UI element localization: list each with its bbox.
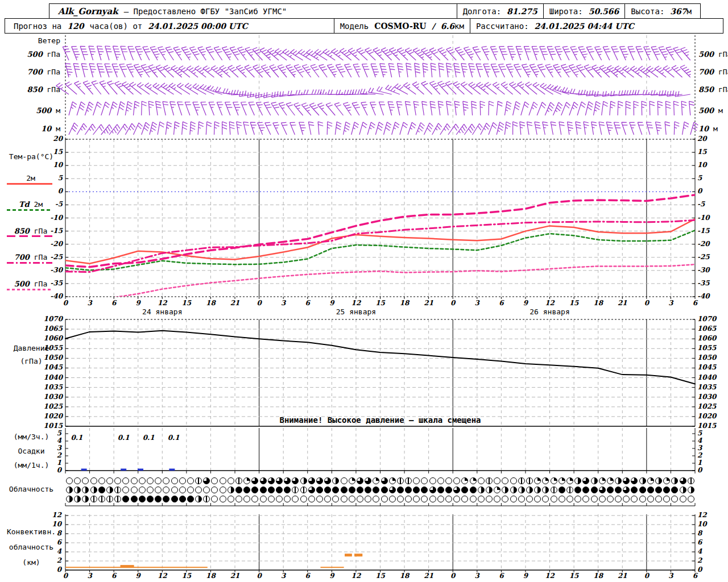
convective-panel-label-2: облачность <box>1 543 61 551</box>
convective-panel-unit: (км) <box>1 558 61 567</box>
precip-bar <box>138 469 143 471</box>
cloudiness-panel-label: Облачность <box>1 485 61 493</box>
wind-barbs <box>56 46 698 135</box>
temperature-panel-label: Тем-ра(°C) <box>1 152 61 161</box>
meteogram-canvas <box>0 0 728 582</box>
meteogram-page: Alk_Gornyak — Предоставлено ФГБУ "ЗапСиб… <box>0 0 728 582</box>
precip-unit-3h-label: (мм/3ч.) <box>1 433 61 441</box>
pressure-panel-label: Давление <box>1 344 61 352</box>
pressure-panel-unit: (гПа) <box>1 357 61 365</box>
precip-unit-1h-label: (мм/1ч.) <box>1 461 61 469</box>
precip-bar <box>81 469 87 471</box>
precip-panel-label: Осадки <box>1 447 61 455</box>
precip-bar <box>121 469 126 471</box>
high-pressure-warning: Внимание! Высокое давление — шкала смеще… <box>65 415 695 425</box>
precip-bar <box>169 469 175 471</box>
convective-panel-label-1: Конвективн. <box>1 527 61 536</box>
